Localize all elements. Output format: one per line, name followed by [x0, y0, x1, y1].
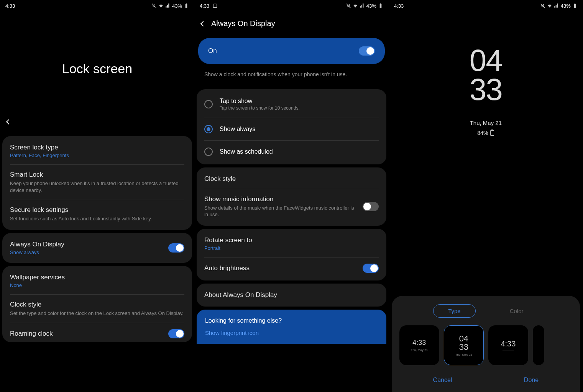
radio-icon: [204, 100, 213, 108]
row-smart-lock[interactable]: Smart Lock Keep your phone unlocked when…: [2, 165, 192, 200]
tile-time-m: 33: [459, 343, 468, 351]
settings-group-aod: Always On Display Show always: [2, 233, 192, 263]
back-button[interactable]: [200, 21, 206, 26]
mute-icon: [540, 3, 545, 8]
chevron-left-icon: [6, 119, 11, 125]
row-title: About Always On Display: [204, 291, 379, 299]
tile-time: 4:33: [501, 340, 516, 348]
radio-show-scheduled[interactable]: Show as scheduled: [197, 141, 386, 163]
roaming-toggle[interactable]: [168, 329, 184, 338]
row-subtitle: Show always: [10, 249, 64, 255]
autobright-toggle[interactable]: [363, 264, 379, 273]
clock-style-option-1[interactable]: 4:33 Thu, May 21: [399, 325, 439, 365]
row-secure-lock-settings[interactable]: Secure lock settings Set functions such …: [2, 200, 192, 228]
master-toggle[interactable]: [359, 46, 375, 56]
row-subtitle: Portrait: [204, 245, 379, 251]
radio-show-always[interactable]: Show always: [197, 118, 386, 140]
page-title: Lock screen: [0, 11, 194, 115]
svg-rect-4: [380, 3, 381, 4]
radio-icon: [204, 125, 213, 133]
clock-style-option-3[interactable]: 4:33: [488, 325, 528, 365]
page-header: Always On Display: [194, 11, 389, 35]
row-subtitle: None: [10, 282, 184, 288]
page-title: Always On Display: [211, 19, 275, 28]
back-button[interactable]: [0, 115, 194, 133]
row-music-info[interactable]: Show music information Show details of t…: [197, 189, 386, 224]
row-title: Clock style: [204, 175, 379, 183]
row-subtitle: Set functions such as Auto lock and Lock…: [10, 215, 184, 222]
row-auto-brightness[interactable]: Auto brightness: [197, 258, 386, 279]
music-toggle[interactable]: [363, 202, 379, 211]
button-row: Cancel Done: [397, 371, 575, 387]
divider: [503, 351, 514, 351]
master-toggle-row[interactable]: On: [198, 38, 385, 64]
row-title: Screen lock type: [10, 144, 184, 151]
radio-title: Tap to show: [220, 98, 300, 105]
style-carousel[interactable]: 4:33 Thu, May 21 04 33 Thu, May 21 4:33: [397, 325, 575, 371]
clock-style-option-4[interactable]: [533, 325, 544, 365]
settings-group-display: Rotate screen to Portrait Auto brightnes…: [197, 229, 386, 280]
row-title: Clock style: [10, 301, 184, 308]
settings-group-about: About Always On Display: [197, 284, 386, 307]
radio-tap-to-show[interactable]: Tap to show Tap the screen to show for 1…: [197, 91, 386, 118]
row-clock-style[interactable]: Clock style Set the type and color for t…: [2, 295, 192, 323]
wifi-icon: [353, 3, 358, 8]
signal-icon: [165, 3, 171, 8]
status-time: 4:33: [394, 3, 404, 9]
row-clock-style[interactable]: Clock style: [197, 169, 386, 189]
radio-group-display-mode: Tap to show Tap the screen to show for 1…: [197, 89, 386, 164]
row-title: Secure lock settings: [10, 206, 184, 214]
row-screen-lock-type[interactable]: Screen lock type Pattern, Face, Fingerpr…: [2, 138, 192, 164]
svg-rect-0: [186, 4, 187, 8]
tab-color[interactable]: Color: [495, 304, 539, 318]
svg-rect-2: [213, 4, 217, 7]
svg-rect-3: [380, 4, 382, 8]
status-icons-right: 43%: [346, 3, 383, 9]
tile-sub: Thu, May 21: [411, 348, 428, 352]
tab-row: Type Color: [397, 304, 575, 318]
screen-aod-settings: 4:33 43% Always On Display On Show a clo…: [194, 0, 389, 392]
battery-icon: [490, 130, 494, 136]
row-subtitle: Show details of the music when the FaceW…: [204, 205, 358, 218]
aod-toggle[interactable]: [168, 243, 184, 253]
tile-time-h: 04: [459, 335, 468, 343]
radio-title: Show always: [220, 126, 255, 133]
clock-style-option-2[interactable]: 04 33 Thu, May 21: [444, 325, 484, 365]
row-title: Roaming clock: [10, 330, 53, 338]
cancel-button[interactable]: Cancel: [433, 377, 452, 384]
status-icons-right: 43%: [540, 3, 578, 9]
settings-group-security: Screen lock type Pattern, Face, Fingerpr…: [2, 136, 192, 230]
preview-date: Thu, May 21: [470, 120, 502, 126]
row-title: Smart Lock: [10, 171, 184, 179]
svg-rect-5: [574, 4, 576, 8]
preview-battery: 84%: [477, 130, 494, 136]
signal-icon: [554, 3, 559, 8]
tab-type[interactable]: Type: [433, 304, 476, 318]
row-always-on-display[interactable]: Always On Display Show always: [2, 235, 192, 261]
radio-subtitle: Tap the screen to show for 10 seconds.: [220, 105, 300, 111]
row-roaming-clock[interactable]: Roaming clock: [2, 323, 192, 341]
row-about-aod[interactable]: About Always On Display: [197, 285, 386, 305]
screen-lock-settings: 4:33 43% Lock screen Screen lock type Pa…: [0, 0, 194, 392]
suggestions-title: Looking for something else?: [205, 317, 378, 324]
screenshot-icon: [212, 3, 218, 8]
done-button[interactable]: Done: [524, 377, 539, 384]
battery-icon: [572, 3, 578, 8]
tile-time: 4:33: [412, 339, 426, 347]
preview-clock-minutes: 33: [470, 75, 502, 104]
status-bar: 4:33 43%: [194, 0, 389, 11]
mute-icon: [151, 3, 157, 8]
row-title: Wallpaper services: [10, 274, 184, 281]
suggestion-link-fingerprint[interactable]: Show fingerprint icon: [205, 330, 378, 336]
tile-sub: Thu, May 21: [455, 353, 472, 356]
row-subtitle: Set the type and color for the clock on …: [10, 310, 184, 317]
row-rotate-screen[interactable]: Rotate screen to Portrait: [197, 230, 386, 257]
preview-clock-hours: 04: [470, 46, 502, 75]
row-wallpaper-services[interactable]: Wallpaper services None: [2, 267, 192, 294]
suggestions-card: Looking for something else? Show fingerp…: [197, 310, 386, 344]
row-title: Rotate screen to: [204, 236, 379, 244]
settings-group-appearance: Wallpaper services None Clock style Set …: [2, 266, 192, 343]
status-battery-text: 43%: [172, 3, 182, 9]
status-battery-text: 43%: [366, 3, 376, 9]
svg-rect-6: [575, 3, 575, 4]
